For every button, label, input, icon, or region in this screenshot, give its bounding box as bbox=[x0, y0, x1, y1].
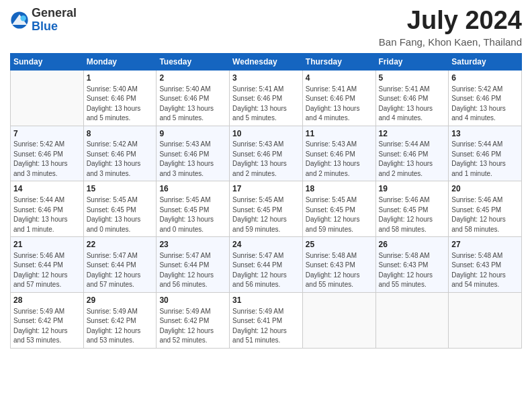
day-cell bbox=[302, 292, 375, 348]
day-cell: 13Sunrise: 5:44 AM Sunset: 6:46 PM Dayli… bbox=[449, 126, 522, 181]
day-number: 21 bbox=[13, 239, 81, 250]
day-cell: 31Sunrise: 5:49 AM Sunset: 6:41 PM Dayli… bbox=[230, 292, 303, 348]
calendar-header-row: SundayMondayTuesdayWednesdayThursdayFrid… bbox=[11, 53, 522, 70]
day-cell: 27Sunrise: 5:48 AM Sunset: 6:43 PM Dayli… bbox=[449, 237, 522, 293]
logo: General Blue bbox=[10, 7, 77, 34]
svg-point-2 bbox=[20, 15, 26, 21]
day-detail: Sunrise: 5:49 AM Sunset: 6:42 PM Dayligh… bbox=[159, 307, 226, 346]
day-number: 27 bbox=[451, 239, 519, 250]
day-cell: 9Sunrise: 5:43 AM Sunset: 6:46 PM Daylig… bbox=[157, 126, 230, 181]
day-detail: Sunrise: 5:44 AM Sunset: 6:46 PM Dayligh… bbox=[379, 140, 446, 179]
day-number: 9 bbox=[159, 128, 226, 140]
day-detail: Sunrise: 5:49 AM Sunset: 6:42 PM Dayligh… bbox=[87, 307, 154, 346]
calendar: SundayMondayTuesdayWednesdayThursdayFrid… bbox=[10, 53, 522, 349]
day-number: 4 bbox=[306, 73, 373, 84]
day-detail: Sunrise: 5:44 AM Sunset: 6:46 PM Dayligh… bbox=[13, 195, 81, 234]
day-detail: Sunrise: 5:40 AM Sunset: 6:46 PM Dayligh… bbox=[87, 85, 154, 124]
week-row-1: 7Sunrise: 5:42 AM Sunset: 6:46 PM Daylig… bbox=[11, 126, 522, 181]
day-cell bbox=[375, 292, 449, 348]
day-detail: Sunrise: 5:49 AM Sunset: 6:41 PM Dayligh… bbox=[232, 307, 300, 346]
day-number: 3 bbox=[232, 73, 300, 84]
day-cell: 14Sunrise: 5:44 AM Sunset: 6:46 PM Dayli… bbox=[11, 181, 84, 237]
day-cell: 2Sunrise: 5:40 AM Sunset: 6:46 PM Daylig… bbox=[157, 70, 230, 126]
day-number: 7 bbox=[13, 128, 81, 140]
day-detail: Sunrise: 5:43 AM Sunset: 6:46 PM Dayligh… bbox=[159, 140, 226, 179]
day-cell: 25Sunrise: 5:48 AM Sunset: 6:43 PM Dayli… bbox=[302, 237, 375, 293]
day-number: 20 bbox=[451, 183, 519, 195]
day-cell: 18Sunrise: 5:45 AM Sunset: 6:45 PM Dayli… bbox=[302, 181, 375, 237]
day-detail: Sunrise: 5:46 AM Sunset: 6:45 PM Dayligh… bbox=[379, 195, 446, 234]
week-row-2: 14Sunrise: 5:44 AM Sunset: 6:46 PM Dayli… bbox=[11, 181, 522, 237]
day-detail: Sunrise: 5:41 AM Sunset: 6:46 PM Dayligh… bbox=[306, 85, 373, 124]
day-detail: Sunrise: 5:42 AM Sunset: 6:46 PM Dayligh… bbox=[451, 85, 519, 124]
day-cell bbox=[11, 70, 84, 126]
day-detail: Sunrise: 5:45 AM Sunset: 6:45 PM Dayligh… bbox=[232, 195, 300, 234]
day-number: 22 bbox=[87, 239, 154, 250]
month-title: July 2024 bbox=[379, 7, 522, 35]
day-detail: Sunrise: 5:48 AM Sunset: 6:43 PM Dayligh… bbox=[379, 251, 446, 290]
week-row-3: 21Sunrise: 5:46 AM Sunset: 6:44 PM Dayli… bbox=[11, 237, 522, 293]
day-cell: 30Sunrise: 5:49 AM Sunset: 6:42 PM Dayli… bbox=[157, 292, 230, 348]
day-detail: Sunrise: 5:44 AM Sunset: 6:46 PM Dayligh… bbox=[451, 140, 519, 179]
day-number: 10 bbox=[232, 128, 300, 140]
day-cell: 17Sunrise: 5:45 AM Sunset: 6:45 PM Dayli… bbox=[230, 181, 303, 237]
day-detail: Sunrise: 5:49 AM Sunset: 6:42 PM Dayligh… bbox=[13, 307, 81, 346]
day-detail: Sunrise: 5:47 AM Sunset: 6:44 PM Dayligh… bbox=[232, 251, 300, 290]
day-cell: 10Sunrise: 5:43 AM Sunset: 6:46 PM Dayli… bbox=[230, 126, 303, 181]
day-number: 28 bbox=[13, 295, 81, 306]
day-number: 17 bbox=[232, 183, 300, 195]
day-detail: Sunrise: 5:43 AM Sunset: 6:46 PM Dayligh… bbox=[232, 140, 300, 179]
header-thursday: Thursday bbox=[302, 53, 375, 70]
day-number: 6 bbox=[451, 73, 519, 84]
day-detail: Sunrise: 5:42 AM Sunset: 6:46 PM Dayligh… bbox=[13, 140, 81, 179]
title-block: July 2024 Ban Fang, Khon Kaen, Thailand bbox=[379, 7, 522, 48]
day-detail: Sunrise: 5:46 AM Sunset: 6:44 PM Dayligh… bbox=[13, 251, 81, 290]
location: Ban Fang, Khon Kaen, Thailand bbox=[379, 36, 522, 48]
header-tuesday: Tuesday bbox=[157, 53, 230, 70]
day-detail: Sunrise: 5:48 AM Sunset: 6:43 PM Dayligh… bbox=[306, 251, 373, 290]
day-cell: 15Sunrise: 5:45 AM Sunset: 6:45 PM Dayli… bbox=[83, 181, 157, 237]
day-cell bbox=[449, 292, 522, 348]
day-cell: 12Sunrise: 5:44 AM Sunset: 6:46 PM Dayli… bbox=[375, 126, 449, 181]
logo-icon bbox=[10, 11, 29, 30]
day-cell: 8Sunrise: 5:42 AM Sunset: 6:46 PM Daylig… bbox=[83, 126, 157, 181]
day-number: 12 bbox=[379, 128, 446, 140]
day-cell: 26Sunrise: 5:48 AM Sunset: 6:43 PM Dayli… bbox=[375, 237, 449, 293]
day-number: 29 bbox=[87, 295, 154, 306]
day-number: 19 bbox=[379, 183, 446, 195]
header-wednesday: Wednesday bbox=[230, 53, 303, 70]
day-detail: Sunrise: 5:43 AM Sunset: 6:46 PM Dayligh… bbox=[306, 140, 373, 179]
day-number: 16 bbox=[159, 183, 226, 195]
week-row-0: 1Sunrise: 5:40 AM Sunset: 6:46 PM Daylig… bbox=[11, 70, 522, 126]
day-number: 23 bbox=[159, 239, 226, 250]
logo-blue: Blue bbox=[32, 20, 77, 34]
header-sunday: Sunday bbox=[11, 53, 84, 70]
day-number: 11 bbox=[306, 128, 373, 140]
day-detail: Sunrise: 5:45 AM Sunset: 6:45 PM Dayligh… bbox=[159, 195, 226, 234]
day-number: 15 bbox=[87, 183, 154, 195]
day-detail: Sunrise: 5:41 AM Sunset: 6:46 PM Dayligh… bbox=[232, 85, 300, 124]
day-number: 31 bbox=[232, 295, 300, 306]
day-cell: 4Sunrise: 5:41 AM Sunset: 6:46 PM Daylig… bbox=[302, 70, 375, 126]
week-row-4: 28Sunrise: 5:49 AM Sunset: 6:42 PM Dayli… bbox=[11, 292, 522, 348]
day-cell: 16Sunrise: 5:45 AM Sunset: 6:45 PM Dayli… bbox=[157, 181, 230, 237]
day-number: 26 bbox=[379, 239, 446, 250]
day-cell: 22Sunrise: 5:47 AM Sunset: 6:44 PM Dayli… bbox=[83, 237, 157, 293]
day-detail: Sunrise: 5:42 AM Sunset: 6:46 PM Dayligh… bbox=[87, 140, 154, 179]
day-cell: 7Sunrise: 5:42 AM Sunset: 6:46 PM Daylig… bbox=[11, 126, 84, 181]
day-detail: Sunrise: 5:47 AM Sunset: 6:44 PM Dayligh… bbox=[87, 251, 154, 290]
day-detail: Sunrise: 5:40 AM Sunset: 6:46 PM Dayligh… bbox=[159, 85, 226, 124]
day-cell: 20Sunrise: 5:46 AM Sunset: 6:45 PM Dayli… bbox=[449, 181, 522, 237]
day-number: 25 bbox=[306, 239, 373, 250]
day-number: 14 bbox=[13, 183, 81, 195]
day-number: 2 bbox=[159, 73, 226, 84]
header: General Blue July 2024 Ban Fang, Khon Ka… bbox=[10, 7, 522, 48]
day-detail: Sunrise: 5:48 AM Sunset: 6:43 PM Dayligh… bbox=[451, 251, 519, 290]
page: General Blue July 2024 Ban Fang, Khon Ka… bbox=[0, 0, 532, 411]
day-cell: 24Sunrise: 5:47 AM Sunset: 6:44 PM Dayli… bbox=[230, 237, 303, 293]
day-cell: 28Sunrise: 5:49 AM Sunset: 6:42 PM Dayli… bbox=[11, 292, 84, 348]
day-cell: 23Sunrise: 5:47 AM Sunset: 6:44 PM Dayli… bbox=[157, 237, 230, 293]
day-cell: 19Sunrise: 5:46 AM Sunset: 6:45 PM Dayli… bbox=[375, 181, 449, 237]
header-saturday: Saturday bbox=[449, 53, 522, 70]
logo-general: General bbox=[32, 7, 77, 20]
